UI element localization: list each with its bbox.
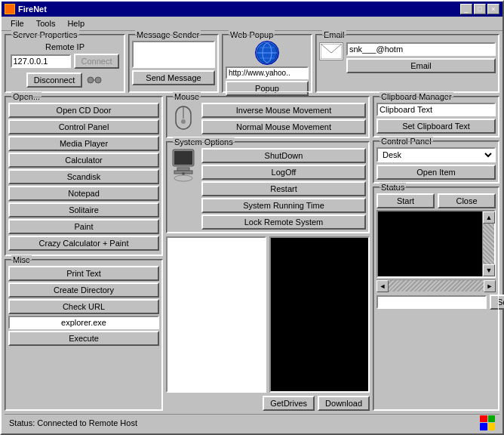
status-group-label: Status	[380, 183, 406, 192]
scroll-left-button[interactable]: ◄	[376, 280, 389, 292]
open-cd-door-button[interactable]: Open CD Door	[8, 103, 159, 118]
misc-label: Misc	[11, 255, 32, 264]
message-input[interactable]	[132, 41, 215, 68]
system-running-time-button[interactable]: System Running Time	[201, 198, 366, 213]
file-detail-panel	[269, 236, 370, 393]
globe-svg	[256, 42, 278, 64]
title-buttons: _ □ ×	[460, 4, 499, 14]
app-icon	[5, 4, 15, 14]
web-popup-content: Popup	[226, 41, 309, 96]
email-address-input[interactable]	[346, 42, 496, 56]
message-sender-group: Message Sender Send Message	[128, 34, 219, 93]
mouse-buttons: Inverse Mouse Movement Normal Mouse Move…	[201, 103, 366, 134]
scroll-track-v	[483, 224, 494, 264]
get-drives-button[interactable]: GetDrives	[263, 396, 315, 411]
globe-icon	[255, 41, 279, 65]
svg-point-0	[88, 77, 94, 83]
close-button[interactable]: ×	[487, 4, 499, 14]
right-column: Clipboard Manager Set Clipboard Text Con…	[373, 96, 499, 411]
control-panel-right-group: Control Panel Desk Open Item	[373, 140, 499, 184]
print-text-button[interactable]: Print Text	[8, 266, 159, 281]
check-url-button[interactable]: Check URL	[8, 299, 159, 314]
misc-group: Misc Print Text Create Directory Check U…	[5, 259, 163, 411]
email-button[interactable]: Email	[346, 58, 496, 73]
solitaire-button[interactable]: Solitaire	[8, 202, 159, 218]
connect-button[interactable]: Connect	[74, 54, 120, 69]
download-button[interactable]: Download	[318, 396, 370, 411]
popup-button[interactable]: Popup	[226, 81, 309, 96]
maximize-button[interactable]: □	[474, 4, 486, 14]
server-properties-group: Server Properties Remote IP Connect Disc…	[5, 34, 125, 93]
clipboard-label: Clipboard Manager	[380, 92, 453, 101]
status-group: Status Start Close ▲ ▼	[373, 187, 499, 411]
logo-q4	[488, 423, 496, 430]
open-group: Open... Open CD Door Control Panel Media…	[5, 96, 163, 256]
start-button[interactable]: Start	[376, 193, 435, 208]
crazy-calc-button[interactable]: Crazy Calculator + Paint	[8, 236, 159, 251]
minimize-button[interactable]: _	[460, 4, 472, 14]
logoff-button[interactable]: LogOff	[201, 165, 366, 180]
calculator-button[interactable]: Calculator	[8, 153, 159, 168]
open-item-button[interactable]: Open Item	[376, 165, 496, 180]
menu-help[interactable]: Help	[61, 18, 91, 29]
clipboard-text-input[interactable]	[376, 103, 496, 116]
remote-ip-label: Remote IP	[45, 42, 85, 51]
control-panel-button[interactable]: Control Panel	[8, 119, 159, 134]
inverse-mouse-button[interactable]: Inverse Mouse Movement	[201, 103, 366, 118]
restart-button[interactable]: Restart	[201, 181, 366, 196]
send-bar: Send	[376, 293, 496, 310]
center-column: Mouse Inverse Mouse Movement Normal Mous…	[166, 96, 370, 411]
paint-button[interactable]: Paint	[8, 219, 159, 234]
status-bar-text: Status: Connected to Remote Host	[9, 418, 137, 427]
notepad-button[interactable]: Notepad	[8, 186, 159, 201]
status-display: ▲ ▼	[376, 210, 496, 278]
logo-q3	[480, 423, 487, 430]
close-status-button[interactable]: Close	[438, 193, 496, 208]
scroll-up-button[interactable]: ▲	[483, 211, 495, 224]
status-buttons: Start Close	[376, 193, 496, 208]
title-bar-left: FireNet	[5, 4, 47, 14]
create-directory-button[interactable]: Create Directory	[8, 282, 159, 298]
menu-bar: File Tools Help	[2, 17, 502, 31]
system-options-group: System Options ShutDown	[166, 141, 370, 233]
scandisk-button[interactable]: Scandisk	[8, 169, 159, 184]
send-message-button[interactable]: Send Message	[132, 70, 215, 85]
logo-q2	[488, 415, 496, 423]
shutdown-button[interactable]: ShutDown	[201, 148, 366, 163]
send-input[interactable]	[376, 295, 487, 309]
web-popup-group: Web Popup Popup	[222, 34, 312, 93]
server-properties-content: Remote IP Connect Disconnect	[8, 41, 121, 89]
menu-tools[interactable]: Tools	[30, 18, 62, 29]
system-buttons: ShutDown LogOff Restart System Running T…	[201, 148, 366, 230]
desk-select[interactable]: Desk	[376, 147, 496, 162]
file-list-panel	[166, 236, 266, 393]
set-clipboard-button[interactable]: Set Clipboard Text	[376, 119, 496, 134]
server-properties-label: Server Properties	[11, 30, 79, 39]
send-button[interactable]: Send	[490, 295, 504, 310]
scroll-track-h	[389, 280, 484, 292]
menu-file[interactable]: File	[5, 18, 30, 29]
mouse-group: Mouse Inverse Mouse Movement Normal Mous…	[166, 96, 370, 138]
svg-point-11	[181, 119, 186, 124]
web-url-input[interactable]	[226, 66, 309, 79]
message-sender-label: Message Sender	[135, 30, 201, 39]
title-bar: FireNet _ □ ×	[2, 2, 502, 17]
lock-remote-button[interactable]: Lock Remote System	[201, 214, 366, 230]
clipboard-content: Set Clipboard Text	[376, 103, 496, 134]
disconnect-button[interactable]: Disconnect	[26, 72, 82, 88]
connection-icon	[85, 71, 103, 89]
connection-status-icon	[86, 72, 103, 88]
normal-mouse-button[interactable]: Normal Mouse Movement	[201, 119, 366, 134]
execute-button[interactable]: Execute	[8, 331, 159, 346]
media-player-button[interactable]: Media Player	[8, 136, 159, 151]
execute-input[interactable]	[8, 316, 159, 329]
status-scrollbar-vertical[interactable]: ▲ ▼	[482, 211, 494, 276]
status-scrollbar-horizontal[interactable]: ◄ ►	[376, 279, 496, 292]
remote-ip-input[interactable]	[11, 54, 71, 68]
svg-rect-13	[174, 151, 192, 165]
control-panel-right-content: Desk Open Item	[376, 147, 496, 180]
window-title: FireNet	[18, 5, 47, 14]
scroll-right-button[interactable]: ►	[484, 280, 496, 292]
svg-point-17	[174, 175, 192, 181]
scroll-down-button[interactable]: ▼	[483, 264, 495, 276]
